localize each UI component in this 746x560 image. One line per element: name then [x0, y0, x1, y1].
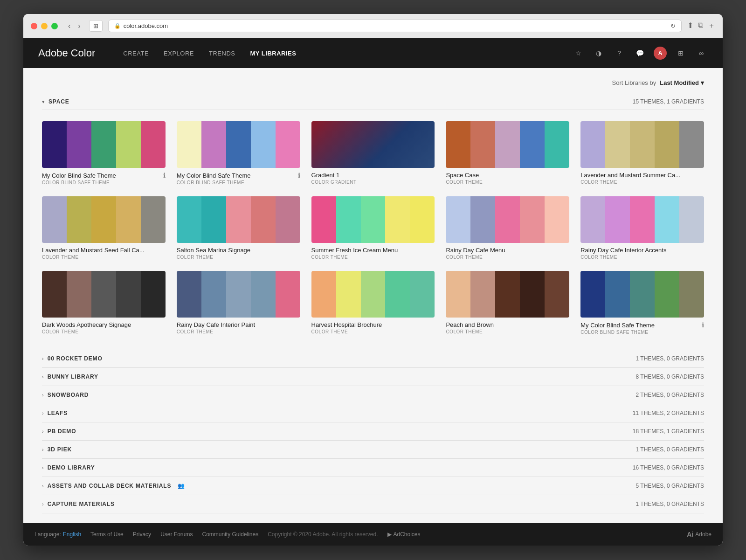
nav-explore[interactable]: EXPLORE — [164, 50, 194, 57]
ad-choices[interactable]: ▶ AdChoices — [387, 531, 421, 538]
theme-card[interactable]: Lavender and Mustard Summer Ca... COLOR … — [580, 121, 704, 185]
library-name: 00 ROCKET DEMO — [48, 355, 103, 362]
nav-my-libraries[interactable]: MY LIBRARIES — [250, 50, 296, 57]
terms-link[interactable]: Terms of Use — [90, 531, 124, 538]
theme-card[interactable]: Rainy Day Cafe Interior Accents COLOR TH… — [580, 196, 704, 260]
close-button[interactable] — [31, 23, 37, 29]
chevron-right-icon: › — [42, 356, 44, 361]
theme-card[interactable]: Gradient 1 COLOR GRADIENT — [311, 121, 435, 185]
themes-grid: My Color Blind Safe Theme ℹ COLOR BLIND … — [42, 110, 704, 339]
theme-card[interactable]: Peach and Brown COLOR THEME — [446, 271, 569, 335]
theme-title: Peach and Brown — [446, 321, 569, 328]
theme-type: COLOR THEME — [446, 255, 569, 260]
refresh-icon[interactable]: ↻ — [670, 22, 676, 29]
theme-card[interactable]: Harvest Hospital Brochure COLOR THEME — [311, 271, 435, 335]
sort-bar: Sort Libraries by Last Modified ▾ — [42, 79, 704, 86]
sidebar-icon[interactable]: ⧉ — [698, 21, 703, 31]
theme-card[interactable]: Rainy Day Cafe Menu COLOR THEME — [446, 196, 569, 260]
nav-trends[interactable]: TRENDS — [209, 50, 235, 57]
theme-swatch — [177, 121, 300, 168]
library-left: › CAPTURE MATERIALS — [42, 501, 115, 507]
library-left: › LEAFS — [42, 410, 68, 416]
collapsed-library-capture[interactable]: › CAPTURE MATERIALS 1 THEMES, 0 GRADIENT… — [42, 495, 704, 513]
theme-card[interactable]: Lavender and Mustard Seed Fall Ca... COL… — [42, 196, 166, 260]
theme-card[interactable]: Salton Sea Marina Signage COLOR THEME — [177, 196, 300, 260]
library-name: BUNNY LIBRARY — [48, 373, 98, 380]
forward-button[interactable]: › — [75, 20, 83, 32]
chat-icon[interactable]: 💬 — [633, 47, 646, 60]
url-bar[interactable]: 🔒 color.adobe.com ↻ — [108, 20, 682, 32]
chevron-down-icon: ▾ — [701, 79, 704, 86]
theme-type: COLOR THEME — [177, 255, 300, 260]
theme-title: Rainy Day Cafe Interior Accents — [580, 247, 704, 254]
collapsed-library-demo[interactable]: › DEMO LIBRARY 16 THEMES, 0 GRADIENTS — [42, 459, 704, 477]
theme-swatch — [580, 121, 704, 168]
theme-swatch — [580, 271, 704, 318]
minimize-button[interactable] — [41, 23, 48, 29]
collapsed-library-bunny[interactable]: › BUNNY LIBRARY 8 THEMES, 0 GRADIENTS — [42, 368, 704, 386]
url-text: color.adobe.com — [124, 22, 168, 29]
collapsed-library-3d[interactable]: › 3D PIEK 1 THEMES, 0 GRADIENTS — [42, 441, 704, 459]
collapsed-library-assets[interactable]: › ASSETS AND COLLAB DECK MATERIALS 👥 5 T… — [42, 477, 704, 495]
library-count: 1 THEMES, 0 GRADIENTS — [636, 446, 704, 453]
library-count: 18 THEMES, 1 GRADIENTS — [633, 428, 704, 435]
collapsed-library-leafs[interactable]: › LEAFS 11 THEMES, 2 GRADIENTS — [42, 404, 704, 422]
theme-card[interactable]: Dark Woods Apothecary Signage COLOR THEM… — [42, 271, 166, 335]
nav-create[interactable]: CREATE — [123, 50, 149, 57]
library-left: › PB DEMO — [42, 428, 76, 435]
library-name: SNOWBOARD — [48, 392, 89, 398]
info-icon[interactable]: ℹ — [163, 172, 166, 179]
theme-type: COLOR THEME — [446, 180, 569, 185]
theme-title: Lavender and Mustard Seed Fall Ca... — [42, 247, 166, 254]
theme-type: COLOR THEME — [311, 255, 435, 260]
window-controls — [31, 23, 58, 29]
theme-card[interactable]: My Color Blind Safe Theme ℹ COLOR BLIND … — [177, 121, 300, 185]
theme-title: My Color Blind Safe Theme ℹ — [42, 172, 166, 179]
chevron-right-icon: › — [42, 410, 44, 416]
privacy-link[interactable]: Privacy — [133, 531, 151, 538]
theme-card[interactable]: Summer Fresh Ice Cream Menu COLOR THEME — [311, 196, 435, 260]
theme-swatch — [42, 271, 166, 318]
main-content: Sort Libraries by Last Modified ▾ ▾ SPAC… — [23, 68, 723, 523]
theme-swatch — [311, 271, 435, 318]
cc-icon[interactable]: ∞ — [695, 47, 708, 60]
space-library-header[interactable]: ▾ SPACE 15 THEMES, 1 GRADIENTS — [42, 94, 704, 110]
sort-value[interactable]: Last Modified ▾ — [660, 79, 704, 86]
theme-card[interactable]: My Color Blind Safe Theme ℹ COLOR BLIND … — [580, 271, 704, 335]
theme-card[interactable]: Rainy Day Cafe Interior Paint COLOR THEM… — [177, 271, 300, 335]
sort-label: Sort Libraries by — [612, 79, 656, 86]
theme-title: Salton Sea Marina Signage — [177, 247, 300, 254]
help-icon[interactable]: ? — [613, 47, 626, 60]
info-icon[interactable]: ℹ — [298, 172, 300, 179]
library-left: › DEMO LIBRARY — [42, 464, 95, 471]
theme-type: COLOR BLIND SAFE THEME — [580, 330, 704, 335]
theme-type: COLOR THEME — [42, 329, 166, 334]
moon-icon[interactable]: ◑ — [592, 47, 605, 60]
back-button[interactable]: ‹ — [65, 20, 73, 32]
footer-language: Language: English — [35, 531, 81, 538]
library-count: 16 THEMES, 0 GRADIENTS — [633, 464, 704, 471]
collapsed-library-pb[interactable]: › PB DEMO 18 THEMES, 1 GRADIENTS — [42, 422, 704, 441]
new-tab-icon[interactable]: ＋ — [708, 21, 715, 31]
chevron-right-icon: › — [42, 374, 44, 380]
library-count: 11 THEMES, 2 GRADIENTS — [633, 410, 704, 416]
collapsed-library-snowboard[interactable]: › SNOWBOARD 2 THEMES, 0 GRADIENTS — [42, 386, 704, 404]
theme-card[interactable]: My Color Blind Safe Theme ℹ COLOR BLIND … — [42, 121, 166, 185]
theme-card[interactable]: Space Case COLOR THEME — [446, 121, 569, 185]
language-value[interactable]: English — [63, 531, 81, 538]
maximize-button[interactable] — [51, 23, 58, 29]
community-guidelines-link[interactable]: Community Guidelines — [202, 531, 258, 538]
user-forums-link[interactable]: User Forums — [160, 531, 193, 538]
tab-view-button[interactable]: ⊞ — [89, 20, 103, 32]
chevron-down-icon: ▾ — [42, 99, 45, 105]
theme-title: My Color Blind Safe Theme ℹ — [177, 172, 300, 179]
user-avatar[interactable]: A — [654, 47, 667, 60]
theme-swatch — [311, 196, 435, 243]
theme-type: COLOR THEME — [446, 329, 569, 334]
share-icon[interactable]: ⬆ — [687, 21, 693, 31]
collapsed-library-rocket[interactable]: › 00 ROCKET DEMO 1 THEMES, 0 GRADIENTS — [42, 350, 704, 368]
library-name: ASSETS AND COLLAB DECK MATERIALS — [48, 483, 172, 489]
grid-icon[interactable]: ⊞ — [674, 47, 687, 60]
star-icon[interactable]: ☆ — [572, 47, 585, 60]
info-icon[interactable]: ℹ — [702, 321, 704, 329]
